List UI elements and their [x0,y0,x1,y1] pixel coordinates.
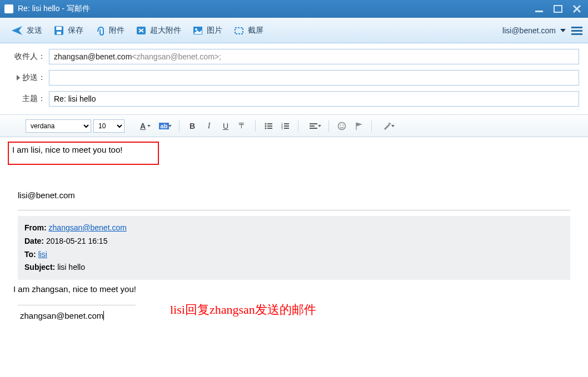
paperclip-icon [94,25,106,36]
separator [18,210,570,210]
svg-rect-21 [284,123,289,124]
svg-rect-1 [554,6,562,12]
svg-point-14 [265,123,267,124]
attach-button[interactable]: 附件 [89,22,130,39]
svg-point-31 [343,124,344,125]
signature-sender: lisi@benet.com [18,190,588,200]
svg-rect-10 [235,28,243,34]
font-color-button[interactable]: A [133,119,152,133]
qsubject-label: Subject: [24,263,55,272]
svg-rect-6 [57,32,61,34]
svg-rect-27 [310,125,315,127]
main-toolbar: 发送 保存 附件 超大附件 图片 截屏 lisi@benet.com [0,18,588,43]
svg-point-30 [340,124,341,125]
svg-rect-0 [535,11,543,12]
date-label: Date: [24,237,44,245]
svg-rect-25 [284,128,289,129]
svg-point-29 [338,122,346,129]
strikethrough-button[interactable]: 〒 [235,119,250,133]
svg-rect-19 [267,128,272,129]
minimize-button[interactable] [535,4,546,13]
flag-button[interactable] [351,119,366,133]
quote-header: From: zhangsan@benet.com Date: 2018-05-2… [18,216,570,280]
svg-rect-11 [571,27,582,28]
to-email: <zhangsan@benet.com>; [132,52,221,61]
title-bar: Re: lisi hello - 写邮件 [0,0,588,18]
emoji-button[interactable] [335,119,349,133]
save-icon [53,25,64,36]
qsubject-value: lisi hello [57,263,85,272]
large-attach-button[interactable]: 超大附件 [130,22,187,39]
svg-text:3: 3 [281,127,283,129]
svg-rect-12 [571,30,582,32]
subject-label: 主题： [9,94,49,104]
cc-input[interactable] [54,73,574,82]
size-select[interactable]: 10 [93,119,124,133]
close-button[interactable] [572,4,584,13]
expand-cc-icon [17,75,20,81]
bullet-list-button[interactable] [261,119,276,133]
separator-2 [18,305,136,305]
subject-input[interactable] [54,94,574,103]
qto-label: To: [24,250,36,259]
underline-button[interactable]: U [218,119,233,133]
subject-field[interactable] [49,91,579,107]
menu-icon[interactable] [571,26,582,35]
svg-rect-15 [267,123,272,124]
large-attach-icon [136,25,147,36]
image-button[interactable]: 图片 [187,22,228,39]
numbered-list-button[interactable]: 123 [278,119,292,133]
svg-rect-26 [310,123,317,124]
svg-point-9 [195,28,197,31]
from-link[interactable]: zhangsan@benet.com [49,223,127,232]
bold-button[interactable]: B [185,119,200,133]
italic-button[interactable]: I [202,119,216,133]
image-icon [192,25,203,36]
editor-body[interactable]: I am lisi, nice to meet you too! lisi回复z… [0,137,588,377]
qto-link[interactable]: lisi [38,250,47,259]
image-label: 图片 [207,26,222,36]
reply-text[interactable]: I am lisi, nice to meet you too! [8,142,159,165]
app-icon [4,4,13,13]
svg-rect-23 [284,125,289,127]
cc-field[interactable] [49,70,579,86]
annotation-text: lisi回复zhangsan发送的邮件 [170,301,316,318]
account-dropdown[interactable] [560,29,566,32]
to-label: 收件人： [9,52,49,62]
send-icon [11,25,23,36]
to-field[interactable]: zhangsan@benet.com<zhangsan@benet.com>; [49,49,579,64]
effects-button[interactable] [377,119,396,133]
svg-point-16 [265,125,267,127]
svg-rect-28 [310,128,317,129]
send-button[interactable]: 发送 [6,22,48,39]
attach-label: 附件 [109,26,124,36]
maximize-button[interactable] [554,4,565,13]
font-select[interactable]: verdana [26,119,91,133]
headers-area: 收件人： zhangsan@benet.com<zhangsan@benet.c… [0,43,588,115]
cc-label[interactable]: 抄送： [9,73,49,83]
format-toolbar: verdana 10 A ab B I U 〒 123 [0,115,588,137]
account-label[interactable]: lisi@benet.com [502,26,556,35]
send-label: 发送 [27,26,42,36]
align-button[interactable] [304,119,323,133]
save-label: 保存 [68,26,83,36]
svg-rect-13 [571,33,582,35]
text-cursor [103,311,104,320]
highlight-button[interactable]: ab [155,119,173,133]
save-button[interactable]: 保存 [48,22,89,39]
window-title: Re: lisi hello - 写邮件 [18,4,535,14]
screenshot-button[interactable]: 截屏 [228,22,269,39]
to-name: zhangsan@benet.com [54,52,132,61]
svg-point-18 [265,127,267,129]
date-value: 2018-05-21 16:15 [46,237,108,245]
svg-rect-5 [56,27,62,30]
large-attach-label: 超大附件 [150,26,181,36]
screenshot-label: 截屏 [248,26,263,36]
original-body: I am zhangsan, nice to meet you! [13,284,579,294]
from-label: From: [24,223,47,232]
svg-rect-17 [267,125,272,127]
screenshot-icon [233,25,245,36]
